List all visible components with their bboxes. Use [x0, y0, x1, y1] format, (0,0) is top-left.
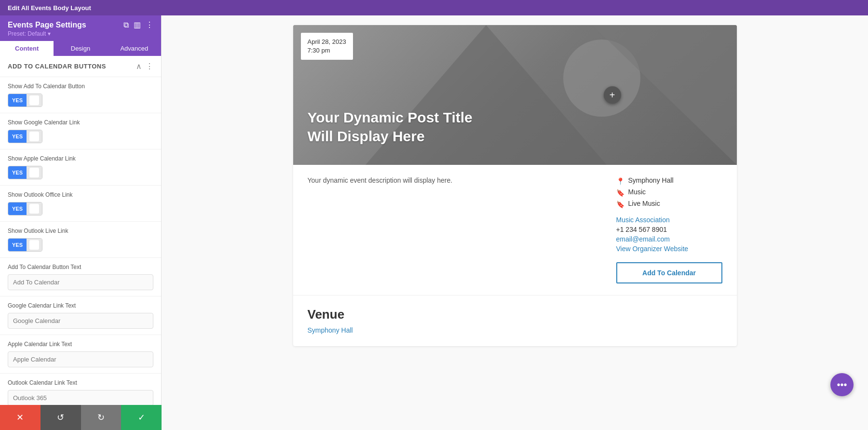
field-show-outlook-office: Show Outlook Office Link YES [0, 186, 161, 222]
field-label-5: Add To Calendar Button Text [8, 264, 153, 270]
sidebar-content: Add To Calendar Buttons ∧ ⋮ Show Add To … [0, 56, 161, 430]
venue-name: Symphony Hall [628, 176, 674, 184]
main-content: April 28, 2023 7:30 pm Your Dynamic Post… [162, 15, 868, 430]
input-apple-calendar-text[interactable] [8, 351, 153, 367]
toggle-yes-3: YES [8, 202, 27, 215]
toggle-no-0 [27, 94, 42, 107]
event-sidebar-info: 📍 Symphony Hall 🔖 Music 🔖 Live Music Mus… [616, 176, 722, 283]
field-show-apple-calendar: Show Apple Calendar Link YES [0, 149, 161, 186]
top-bar-title: Edit All Events Body Layout [8, 4, 91, 12]
field-apple-calendar-text: Apple Calendar Link Text [0, 335, 161, 374]
event-title: Your Dynamic Post Title Will Display Her… [308, 108, 501, 146]
organizer-phone: +1 234 567 8901 [616, 226, 722, 233]
section-title: Add To Calendar Buttons [8, 63, 106, 70]
info-venue: 📍 Symphony Hall [616, 176, 722, 185]
tab-advanced[interactable]: Advanced [108, 41, 161, 56]
cancel-button[interactable]: ✕ [0, 405, 41, 430]
field-google-calendar-text: Google Calendar Link Text [0, 296, 161, 335]
venue-section-title: Venue [308, 307, 722, 322]
info-category-music: 🔖 Music [616, 188, 722, 197]
input-outlook-calendar-text[interactable] [8, 390, 153, 406]
floating-action-button[interactable]: ••• [830, 373, 854, 396]
columns-icon[interactable]: ▥ [134, 20, 141, 29]
toggle-no-4 [27, 239, 42, 251]
field-label-7: Apple Calendar Link Text [8, 341, 153, 348]
toggle-handle-3 [29, 204, 39, 214]
toggle-handle-4 [29, 240, 39, 250]
add-to-calendar-button[interactable]: Add To Calendar [616, 262, 722, 283]
redo-button[interactable]: ↻ [81, 405, 122, 430]
field-calendar-button-text: Add To Calendar Button Text [0, 258, 161, 296]
event-card: April 28, 2023 7:30 pm Your Dynamic Post… [293, 25, 737, 346]
organizer-website-link[interactable]: View Organizer Website [616, 245, 722, 253]
event-body: Your dynamic event description will disp… [293, 165, 737, 295]
event-banner: April 28, 2023 7:30 pm Your Dynamic Post… [293, 25, 737, 165]
field-label-8: Outlook Calendar Link Text [8, 379, 153, 386]
bottom-bar: ✕ ↺ ↻ ✓ [0, 405, 162, 430]
sidebar: Events Page Settings ⧉ ▥ ⋮ Preset: Defau… [0, 15, 162, 430]
toggle-no-3 [27, 202, 42, 215]
top-bar: Edit All Events Body Layout [0, 0, 868, 15]
more-options-icon[interactable]: ⋮ [146, 20, 153, 29]
section-more-icon[interactable]: ⋮ [146, 62, 153, 71]
sidebar-tabs: Content Design Advanced [0, 41, 161, 56]
field-show-outlook-live: Show Outlook Live Link YES [0, 222, 161, 258]
sidebar-preset[interactable]: Preset: Default ▾ [8, 30, 153, 37]
tab-design[interactable]: Design [54, 41, 107, 56]
organizer-info: Music Association +1 234 567 8901 email@… [616, 216, 722, 253]
copy-icon[interactable]: ⧉ [123, 21, 129, 29]
input-calendar-button-text[interactable] [8, 274, 153, 290]
organizer-name-link[interactable]: Music Association [616, 216, 722, 224]
field-label-6: Google Calendar Link Text [8, 302, 153, 309]
sidebar-header: Events Page Settings ⧉ ▥ ⋮ Preset: Defau… [0, 15, 161, 41]
location-icon: 📍 [616, 177, 624, 185]
save-button[interactable]: ✓ [121, 405, 162, 430]
tag-icon-music: 🔖 [616, 189, 624, 197]
info-category-live-music: 🔖 Live Music [616, 200, 722, 208]
toggle-add-to-calendar[interactable]: YES [8, 94, 42, 107]
tag-icon-live-music: 🔖 [616, 201, 624, 208]
organizer-email-link[interactable]: email@email.com [616, 235, 722, 243]
toggle-handle-2 [29, 168, 39, 177]
toggle-apple-calendar[interactable]: YES [8, 166, 42, 179]
toggle-yes-1: YES [8, 130, 27, 143]
event-date: April 28, 2023 [308, 38, 346, 46]
venue-section: Venue Symphony Hall [293, 295, 737, 346]
toggle-google-calendar[interactable]: YES [8, 130, 42, 143]
toggle-yes-4: YES [8, 239, 27, 251]
toggle-no-2 [27, 166, 42, 179]
field-label-3: Show Outlook Office Link [8, 191, 153, 198]
toggle-yes-0: YES [8, 94, 27, 107]
category-music: Music [628, 188, 646, 196]
input-google-calendar-text[interactable] [8, 313, 153, 329]
toggle-handle-1 [29, 132, 39, 141]
field-show-google-calendar: Show Google Calendar Link YES [0, 113, 161, 149]
tab-content[interactable]: Content [0, 41, 54, 56]
category-live-music: Live Music [628, 200, 660, 207]
event-time: 7:30 pm [308, 46, 346, 55]
event-date-badge: April 28, 2023 7:30 pm [301, 33, 353, 60]
field-label-0: Show Add To Calendar Button [8, 83, 153, 90]
toggle-handle-0 [29, 95, 39, 105]
venue-link[interactable]: Symphony Hall [308, 326, 353, 334]
toggle-yes-2: YES [8, 166, 27, 179]
toggle-no-1 [27, 130, 42, 143]
field-show-add-to-calendar: Show Add To Calendar Button YES [0, 77, 161, 113]
header-icons: ⧉ ▥ ⋮ [123, 20, 153, 29]
field-label-4: Show Outlook Live Link [8, 228, 153, 234]
add-module-button[interactable]: + [604, 86, 621, 104]
section-header-calendar: Add To Calendar Buttons ∧ ⋮ [0, 56, 161, 77]
field-label-2: Show Apple Calendar Link [8, 155, 153, 162]
field-label-1: Show Google Calendar Link [8, 119, 153, 126]
sidebar-title: Events Page Settings [8, 21, 86, 29]
toggle-outlook-office[interactable]: YES [8, 202, 42, 215]
section-actions: ∧ ⋮ [136, 62, 153, 71]
collapse-icon[interactable]: ∧ [136, 62, 142, 71]
toggle-outlook-live[interactable]: YES [8, 238, 42, 252]
event-description: Your dynamic event description will disp… [308, 176, 597, 283]
undo-button[interactable]: ↺ [41, 405, 81, 430]
